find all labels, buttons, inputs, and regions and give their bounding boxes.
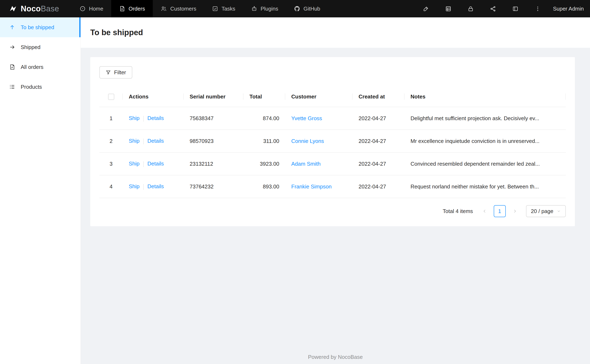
access-control-button[interactable]	[464, 3, 477, 15]
sidebar-item-all-orders[interactable]: All orders	[0, 57, 80, 77]
action-divider	[143, 184, 144, 190]
brand-name-light: Base	[41, 4, 59, 13]
user-menu[interactable]: Super Admin	[549, 6, 590, 12]
chevron-left-icon	[482, 209, 487, 214]
home-icon	[80, 6, 86, 12]
share-icon	[490, 6, 496, 12]
arrow-up-icon	[9, 24, 15, 30]
more-icon	[535, 6, 541, 12]
arrow-right-icon	[9, 44, 15, 50]
nav-item-customers[interactable]: Customers	[153, 0, 204, 17]
serial-number-cell: 75638347	[184, 107, 244, 130]
customer-link[interactable]: Frankie Simpson	[291, 183, 332, 190]
filter-button[interactable]: Filter	[99, 66, 132, 78]
prev-page-button[interactable]	[479, 205, 491, 217]
lock-icon	[467, 6, 474, 12]
row-index: 2	[99, 130, 123, 153]
table-row: 1 ShipDetails 75638347 874.00 Yvette Gro…	[99, 107, 566, 130]
nav-item-plugins[interactable]: Plugins	[243, 0, 286, 17]
details-link[interactable]: Details	[147, 183, 164, 189]
customers-icon	[161, 6, 167, 12]
column-header-actions: Actions	[123, 86, 184, 107]
nav-item-orders[interactable]: Orders	[111, 0, 153, 17]
total-cell: 311.00	[244, 130, 285, 153]
row-index: 3	[99, 153, 123, 176]
details-link[interactable]: Details	[147, 138, 164, 144]
brand-name-bold: Noco	[21, 4, 41, 13]
select-all-checkbox[interactable]	[108, 94, 114, 100]
sidebar-item-label: All orders	[21, 64, 43, 70]
sidebar-item-label: Products	[21, 84, 42, 90]
customer-link[interactable]: Connie Lyons	[291, 138, 324, 144]
notes-cell: Mr excellence inquietude conviction is i…	[404, 130, 566, 153]
filter-button-label: Filter	[114, 69, 126, 76]
page-size-label: 20 / page	[531, 208, 553, 214]
column-header-notes: Notes	[404, 86, 566, 107]
page-title: To be shipped	[90, 28, 143, 37]
orders-table: Actions Serial number Total Customer Cre…	[99, 86, 566, 198]
details-link[interactable]: Details	[147, 161, 164, 167]
nocobase-logo-icon	[9, 4, 17, 13]
column-header-total: Total	[244, 86, 285, 107]
nav-item-home[interactable]: Home	[72, 0, 111, 17]
serial-number-cell: 73764232	[184, 176, 244, 198]
list-icon	[9, 84, 15, 90]
row-index: 4	[99, 176, 123, 198]
plugins-icon	[251, 6, 257, 12]
orders-icon	[119, 6, 125, 12]
ship-link[interactable]: Ship	[129, 115, 139, 121]
nav-item-tasks[interactable]: Tasks	[204, 0, 243, 17]
github-icon	[294, 6, 300, 12]
table-header-row: Actions Serial number Total Customer Cre…	[99, 86, 566, 107]
highlighter-icon	[423, 6, 429, 12]
table-row: 3 ShipDetails 23132112 3923.00 Adam Smit…	[99, 153, 566, 176]
created-at-cell: 2022-04-27	[352, 176, 404, 198]
next-page-button[interactable]	[509, 205, 521, 217]
ui-editor-button[interactable]	[420, 3, 432, 15]
serial-number-cell: 23132112	[184, 153, 244, 176]
nav-label: Tasks	[221, 6, 235, 12]
collection-manager-button[interactable]	[442, 3, 454, 15]
layout-settings-button[interactable]	[509, 3, 521, 15]
tasks-icon	[212, 6, 218, 12]
sidebar-item-products[interactable]: Products	[0, 77, 80, 97]
nav-item-github[interactable]: GitHub	[286, 0, 328, 17]
table-row: 4 ShipDetails 73764232 893.00 Frankie Si…	[99, 176, 566, 198]
ship-link[interactable]: Ship	[129, 138, 139, 144]
ship-link[interactable]: Ship	[129, 161, 139, 167]
sidebar-item-label: To be shipped	[21, 24, 54, 31]
orders-card: Filter Actions Serial number Total Cus	[90, 57, 575, 226]
page-1-button[interactable]: 1	[494, 205, 506, 217]
pagination: Total 4 items 1 20 / page	[99, 205, 566, 217]
serial-number-cell: 98570923	[184, 130, 244, 153]
nav-label: Plugins	[261, 6, 278, 12]
nav-label: GitHub	[304, 6, 320, 12]
more-menu-button[interactable]	[532, 3, 544, 15]
action-divider	[143, 139, 144, 144]
customer-link[interactable]: Adam Smith	[291, 161, 321, 167]
sidebar-item-shipped[interactable]: Shipped	[0, 37, 80, 57]
sidebar-item-to-be-shipped[interactable]: To be shipped	[0, 17, 80, 37]
filter-icon	[106, 70, 111, 75]
main-menu: Home Orders Customers Tasks Plugins	[72, 0, 328, 17]
details-link[interactable]: Details	[147, 115, 164, 121]
customer-link[interactable]: Yvette Gross	[291, 115, 322, 121]
total-cell: 874.00	[244, 107, 285, 130]
api-share-button[interactable]	[487, 3, 499, 15]
pagination-total: Total 4 items	[443, 208, 473, 214]
table-icon	[445, 6, 451, 12]
chevron-right-icon	[513, 209, 517, 214]
navbar-tools	[415, 3, 549, 15]
chevron-down-icon	[557, 209, 561, 213]
action-divider	[143, 161, 144, 167]
sidebar-item-label: Shipped	[21, 44, 40, 51]
nocobase-logo[interactable]: NocoBase	[0, 0, 72, 17]
page-size-select[interactable]: 20 / page	[526, 205, 566, 217]
notes-cell: Convinced resembled dependent remainder …	[404, 153, 566, 176]
total-cell: 3923.00	[244, 153, 285, 176]
created-at-cell: 2022-04-27	[352, 130, 404, 153]
total-cell: 893.00	[244, 176, 285, 198]
ship-link[interactable]: Ship	[129, 183, 139, 189]
row-index: 1	[99, 107, 123, 130]
notes-cell: Request norland neither mistake for yet.…	[404, 176, 566, 198]
